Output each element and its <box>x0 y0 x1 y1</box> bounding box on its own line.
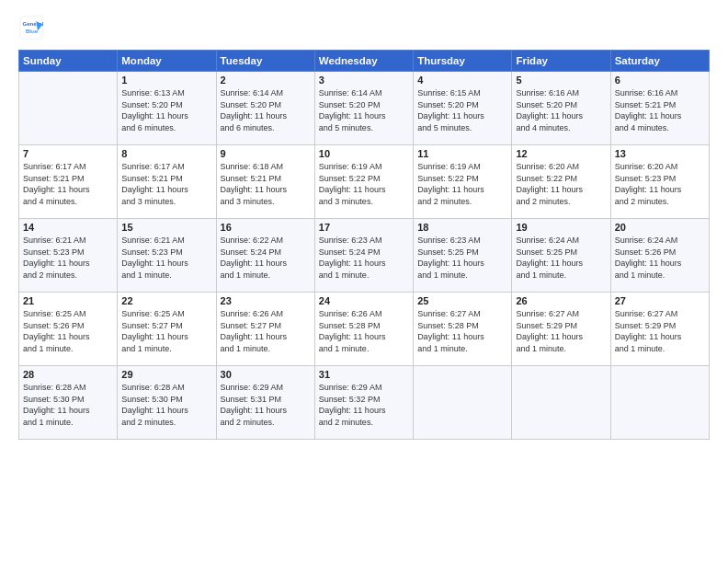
calendar-cell: 13Sunrise: 6:20 AM Sunset: 5:23 PM Dayli… <box>610 145 709 219</box>
day-number: 16 <box>221 222 311 233</box>
day-number: 15 <box>121 222 211 233</box>
day-info: Sunrise: 6:25 AM Sunset: 5:26 PM Dayligh… <box>23 308 113 354</box>
header-row: SundayMondayTuesdayWednesdayThursdayFrid… <box>19 51 710 72</box>
col-header-thursday: Thursday <box>414 51 512 72</box>
day-info: Sunrise: 6:29 AM Sunset: 5:31 PM Dayligh… <box>221 382 311 428</box>
day-number: 7 <box>23 148 113 159</box>
calendar-cell <box>512 366 610 440</box>
calendar-cell: 29Sunrise: 6:28 AM Sunset: 5:30 PM Dayli… <box>118 366 216 440</box>
calendar-cell: 22Sunrise: 6:25 AM Sunset: 5:27 PM Dayli… <box>118 293 216 366</box>
day-number: 27 <box>615 295 705 306</box>
calendar-cell: 2Sunrise: 6:14 AM Sunset: 5:20 PM Daylig… <box>216 72 314 145</box>
day-number: 12 <box>516 148 606 159</box>
header: General Blue <box>18 15 710 40</box>
calendar-cell: 27Sunrise: 6:27 AM Sunset: 5:29 PM Dayli… <box>610 293 709 366</box>
calendar-cell: 10Sunrise: 6:19 AM Sunset: 5:22 PM Dayli… <box>314 145 413 219</box>
calendar-cell: 20Sunrise: 6:24 AM Sunset: 5:26 PM Dayli… <box>610 219 709 293</box>
calendar-cell: 8Sunrise: 6:17 AM Sunset: 5:21 PM Daylig… <box>118 145 216 219</box>
calendar-cell: 14Sunrise: 6:21 AM Sunset: 5:23 PM Dayli… <box>19 219 118 293</box>
day-info: Sunrise: 6:23 AM Sunset: 5:24 PM Dayligh… <box>319 235 409 281</box>
day-info: Sunrise: 6:17 AM Sunset: 5:21 PM Dayligh… <box>23 161 113 207</box>
day-info: Sunrise: 6:20 AM Sunset: 5:22 PM Dayligh… <box>516 161 606 207</box>
calendar-cell: 16Sunrise: 6:22 AM Sunset: 5:24 PM Dayli… <box>216 219 314 293</box>
day-info: Sunrise: 6:17 AM Sunset: 5:21 PM Dayligh… <box>121 161 211 207</box>
day-info: Sunrise: 6:15 AM Sunset: 5:20 PM Dayligh… <box>417 87 507 133</box>
week-row-0: 1Sunrise: 6:13 AM Sunset: 5:20 PM Daylig… <box>19 72 710 145</box>
page: General Blue SundayMondayTuesdayWednesda… <box>0 0 728 563</box>
col-header-friday: Friday <box>512 51 610 72</box>
day-info: Sunrise: 6:28 AM Sunset: 5:30 PM Dayligh… <box>121 382 211 428</box>
col-header-wednesday: Wednesday <box>314 51 413 72</box>
calendar-cell: 28Sunrise: 6:28 AM Sunset: 5:30 PM Dayli… <box>19 366 118 440</box>
day-info: Sunrise: 6:22 AM Sunset: 5:24 PM Dayligh… <box>221 235 311 281</box>
day-number: 13 <box>615 148 705 159</box>
calendar-cell: 7Sunrise: 6:17 AM Sunset: 5:21 PM Daylig… <box>19 145 118 219</box>
calendar-cell: 17Sunrise: 6:23 AM Sunset: 5:24 PM Dayli… <box>314 219 413 293</box>
day-number: 31 <box>319 369 409 380</box>
calendar-cell: 5Sunrise: 6:16 AM Sunset: 5:20 PM Daylig… <box>512 72 610 145</box>
col-header-sunday: Sunday <box>19 51 118 72</box>
day-number: 29 <box>121 369 211 380</box>
day-number: 2 <box>221 75 311 86</box>
calendar-cell: 31Sunrise: 6:29 AM Sunset: 5:32 PM Dayli… <box>314 366 413 440</box>
calendar-cell <box>414 366 512 440</box>
day-info: Sunrise: 6:27 AM Sunset: 5:28 PM Dayligh… <box>417 308 507 354</box>
day-number: 24 <box>319 295 409 306</box>
day-info: Sunrise: 6:13 AM Sunset: 5:20 PM Dayligh… <box>121 87 211 133</box>
week-row-2: 14Sunrise: 6:21 AM Sunset: 5:23 PM Dayli… <box>19 219 710 293</box>
calendar-cell: 24Sunrise: 6:26 AM Sunset: 5:28 PM Dayli… <box>314 293 413 366</box>
day-info: Sunrise: 6:16 AM Sunset: 5:21 PM Dayligh… <box>615 87 705 133</box>
calendar-cell: 12Sunrise: 6:20 AM Sunset: 5:22 PM Dayli… <box>512 145 610 219</box>
day-number: 26 <box>516 295 606 306</box>
day-info: Sunrise: 6:14 AM Sunset: 5:20 PM Dayligh… <box>319 87 409 133</box>
day-number: 22 <box>121 295 211 306</box>
calendar-cell: 1Sunrise: 6:13 AM Sunset: 5:20 PM Daylig… <box>118 72 216 145</box>
week-row-1: 7Sunrise: 6:17 AM Sunset: 5:21 PM Daylig… <box>19 145 710 219</box>
calendar-cell: 4Sunrise: 6:15 AM Sunset: 5:20 PM Daylig… <box>414 72 512 145</box>
day-info: Sunrise: 6:27 AM Sunset: 5:29 PM Dayligh… <box>615 308 705 354</box>
day-info: Sunrise: 6:29 AM Sunset: 5:32 PM Dayligh… <box>319 382 409 428</box>
calendar-cell: 9Sunrise: 6:18 AM Sunset: 5:21 PM Daylig… <box>216 145 314 219</box>
day-info: Sunrise: 6:14 AM Sunset: 5:20 PM Dayligh… <box>221 87 311 133</box>
logo: General Blue <box>18 15 44 40</box>
calendar-cell: 18Sunrise: 6:23 AM Sunset: 5:25 PM Dayli… <box>414 219 512 293</box>
day-info: Sunrise: 6:20 AM Sunset: 5:23 PM Dayligh… <box>615 161 705 207</box>
calendar-cell: 21Sunrise: 6:25 AM Sunset: 5:26 PM Dayli… <box>19 293 118 366</box>
calendar-table: SundayMondayTuesdayWednesdayThursdayFrid… <box>18 50 710 440</box>
day-number: 5 <box>516 75 606 86</box>
day-number: 19 <box>516 222 606 233</box>
day-info: Sunrise: 6:16 AM Sunset: 5:20 PM Dayligh… <box>516 87 606 133</box>
day-number: 4 <box>417 75 507 86</box>
day-number: 28 <box>23 369 113 380</box>
day-info: Sunrise: 6:24 AM Sunset: 5:26 PM Dayligh… <box>615 235 705 281</box>
calendar-cell <box>610 366 709 440</box>
svg-text:Blue: Blue <box>26 28 39 34</box>
day-info: Sunrise: 6:23 AM Sunset: 5:25 PM Dayligh… <box>417 235 507 281</box>
calendar-cell: 15Sunrise: 6:21 AM Sunset: 5:23 PM Dayli… <box>118 219 216 293</box>
calendar-cell <box>19 72 118 145</box>
day-number: 25 <box>417 295 507 306</box>
day-number: 6 <box>615 75 705 86</box>
day-number: 17 <box>319 222 409 233</box>
week-row-3: 21Sunrise: 6:25 AM Sunset: 5:26 PM Dayli… <box>19 293 710 366</box>
calendar-cell: 19Sunrise: 6:24 AM Sunset: 5:25 PM Dayli… <box>512 219 610 293</box>
calendar-cell: 3Sunrise: 6:14 AM Sunset: 5:20 PM Daylig… <box>314 72 413 145</box>
day-info: Sunrise: 6:24 AM Sunset: 5:25 PM Dayligh… <box>516 235 606 281</box>
day-number: 20 <box>615 222 705 233</box>
calendar-cell: 23Sunrise: 6:26 AM Sunset: 5:27 PM Dayli… <box>216 293 314 366</box>
day-number: 21 <box>23 295 113 306</box>
day-number: 18 <box>417 222 507 233</box>
day-number: 10 <box>319 148 409 159</box>
day-info: Sunrise: 6:28 AM Sunset: 5:30 PM Dayligh… <box>23 382 113 428</box>
day-number: 30 <box>221 369 311 380</box>
calendar-cell: 30Sunrise: 6:29 AM Sunset: 5:31 PM Dayli… <box>216 366 314 440</box>
day-number: 3 <box>319 75 409 86</box>
col-header-monday: Monday <box>118 51 216 72</box>
calendar-cell: 25Sunrise: 6:27 AM Sunset: 5:28 PM Dayli… <box>414 293 512 366</box>
day-number: 14 <box>23 222 113 233</box>
day-info: Sunrise: 6:19 AM Sunset: 5:22 PM Dayligh… <box>319 161 409 207</box>
week-row-4: 28Sunrise: 6:28 AM Sunset: 5:30 PM Dayli… <box>19 366 710 440</box>
calendar-cell: 26Sunrise: 6:27 AM Sunset: 5:29 PM Dayli… <box>512 293 610 366</box>
day-info: Sunrise: 6:25 AM Sunset: 5:27 PM Dayligh… <box>121 308 211 354</box>
day-number: 11 <box>417 148 507 159</box>
